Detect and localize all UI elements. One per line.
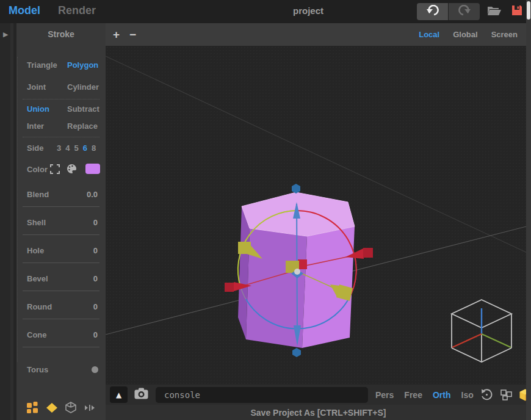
left-rail: ▶ [0, 23, 13, 420]
color-label: Color [27, 165, 48, 174]
move-y-down-handle[interactable] [292, 348, 301, 357]
stroke-panel: Stroke Triangle Polygon Joint Cylinder U… [16, 23, 106, 420]
side-options: 3 4 5 6 8 [57, 143, 96, 153]
folder-icon [487, 5, 502, 18]
remove-button[interactable]: − [125, 23, 141, 46]
side-option-3[interactable]: 3 [57, 143, 61, 153]
space-tab-screen[interactable]: Screen [491, 30, 518, 39]
option-subtract[interactable]: Subtract [67, 104, 99, 114]
transform-space-tabs: Local Global Screen [419, 30, 531, 39]
hole-slider[interactable] [23, 262, 99, 263]
panel-footer-icons [16, 402, 106, 413]
undo-button[interactable] [417, 3, 448, 20]
viewport-action-icons [480, 388, 531, 401]
page-scrollbar[interactable] [526, 0, 531, 420]
bevel-value[interactable]: 0 [93, 274, 98, 283]
round-slider[interactable] [23, 319, 99, 319]
space-tab-global[interactable]: Global [453, 30, 477, 39]
tab-render[interactable]: Render [58, 4, 96, 17]
cone-slider[interactable] [23, 347, 99, 347]
open-project-button[interactable] [486, 4, 502, 20]
center-red-cube[interactable] [298, 259, 307, 269]
pick-frame-icon[interactable] [50, 164, 60, 176]
mirror-icon[interactable] [84, 404, 95, 411]
palette-icon[interactable] [67, 164, 77, 176]
side-option-5[interactable]: 5 [74, 143, 78, 153]
add-button[interactable]: + [106, 23, 125, 46]
view-mode-pers[interactable]: Pers [375, 390, 394, 400]
view-mode-tabs: Pers Free Orth Iso [375, 390, 474, 400]
option-joint[interactable]: Joint [27, 82, 46, 92]
center-sphere[interactable] [294, 269, 300, 275]
option-polygon[interactable]: Polygon [67, 60, 98, 70]
shell-slider[interactable] [23, 234, 99, 235]
cone-label: Cone [27, 330, 47, 339]
side-label: Side [27, 143, 43, 153]
viewport-canvas[interactable] [106, 46, 531, 385]
round-label: Round [27, 302, 52, 311]
camera-icon [134, 388, 148, 402]
undo-redo-group [417, 3, 480, 20]
divider [23, 99, 99, 100]
panel-title: Stroke [16, 29, 106, 39]
panel-guide-line [17, 57, 18, 362]
project-title: project [293, 5, 323, 16]
cone-value[interactable]: 0 [93, 330, 98, 339]
viewport-layout-icon[interactable] [500, 389, 512, 400]
bevel-label: Bevel [27, 274, 48, 283]
hole-value[interactable]: 0 [93, 246, 98, 255]
reset-view-icon[interactable] [480, 388, 493, 401]
torus-toggle[interactable] [92, 366, 98, 373]
panel-expand-arrow-icon[interactable]: ▶ [3, 31, 8, 38]
option-replace[interactable]: Replace [67, 121, 98, 131]
move-x-right-handle[interactable] [363, 248, 373, 258]
view-mode-orth[interactable]: Orth [433, 390, 451, 400]
shell-value[interactable]: 0 [93, 218, 98, 227]
option-cylinder[interactable]: Cylinder [67, 82, 99, 92]
scale-upper-left-handle[interactable] [238, 242, 251, 254]
screenshot-button[interactable] [132, 386, 150, 403]
torus-label: Torus [27, 365, 48, 374]
tab-model[interactable]: Model [9, 4, 40, 17]
scrollbar-thumb[interactable] [527, 1, 530, 20]
bottom-bar: ▲ Pers Free Orth Iso [106, 385, 531, 405]
blend-slider[interactable] [23, 206, 99, 207]
side-option-4[interactable]: 4 [65, 143, 70, 153]
shell-label: Shell [27, 218, 46, 227]
console-input[interactable] [156, 387, 368, 403]
save-project-button[interactable] [509, 4, 525, 20]
move-y-up-handle[interactable] [292, 184, 300, 194]
undo-icon [426, 5, 439, 18]
status-message: Save Project As [CTRL+SHIFT+S] [251, 408, 386, 418]
space-tab-local[interactable]: Local [419, 30, 439, 39]
triangle-up-icon: ▲ [116, 391, 121, 399]
blend-label: Blend [27, 190, 49, 199]
main-area: + − Local Global Screen [106, 23, 531, 420]
view-orientation-cube[interactable] [452, 300, 511, 362]
top-bar: Model Render project [0, 0, 531, 23]
save-icon [511, 4, 523, 19]
scene-svg [106, 46, 531, 385]
round-value[interactable]: 0 [93, 302, 98, 311]
option-inter[interactable]: Inter [27, 121, 44, 131]
move-x-left-handle[interactable] [225, 283, 234, 292]
side-option-6[interactable]: 6 [83, 143, 87, 153]
view-mode-free[interactable]: Free [404, 390, 422, 400]
color-swatch[interactable] [85, 164, 100, 174]
bevel-slider[interactable] [23, 291, 99, 291]
orientation-axis-z [482, 334, 511, 347]
divider [23, 137, 99, 137]
view-mode-iso[interactable]: Iso [461, 390, 474, 400]
diamond-icon[interactable] [46, 403, 57, 413]
side-option-8[interactable]: 8 [92, 143, 96, 153]
option-union[interactable]: Union [27, 104, 49, 114]
orientation-axis-x [452, 334, 482, 347]
shapes-grid-icon[interactable] [27, 402, 38, 413]
cube-outline-icon[interactable] [65, 402, 76, 413]
redo-icon [458, 5, 471, 18]
expand-console-button[interactable]: ▲ [110, 386, 128, 403]
option-triangle[interactable]: Triangle [27, 60, 57, 70]
hole-label: Hole [27, 246, 44, 255]
blend-value[interactable]: 0.0 [87, 190, 98, 199]
redo-button[interactable] [449, 3, 480, 20]
